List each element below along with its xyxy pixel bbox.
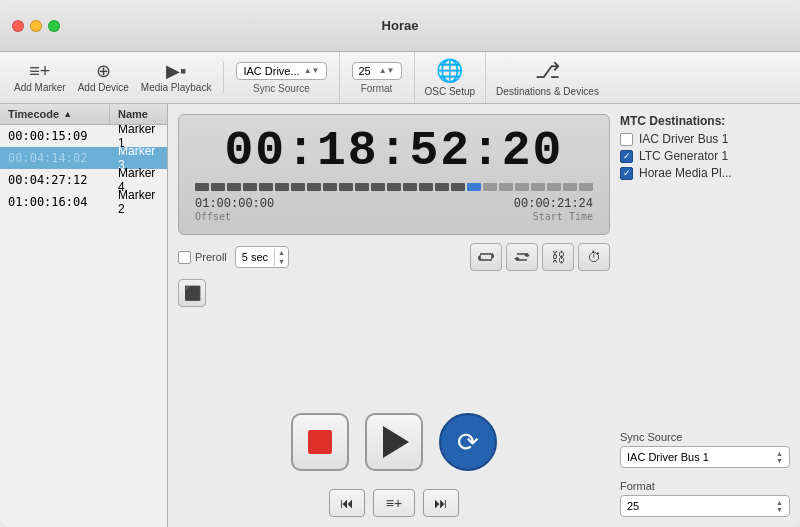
format-down-arrow-icon: ▼ <box>776 506 783 513</box>
traffic-lights <box>12 20 60 32</box>
progress-block <box>323 183 337 191</box>
stepper-arrows: ▲ ▼ <box>274 248 288 266</box>
format-label: Format <box>361 83 393 94</box>
minimize-button[interactable] <box>30 20 42 32</box>
close-button[interactable] <box>12 20 24 32</box>
format-arrows: ▲ ▼ <box>776 499 783 513</box>
progress-block <box>291 183 305 191</box>
progress-block <box>483 183 497 191</box>
fast-forward-button[interactable]: ⏭ <box>423 489 459 517</box>
add-device-label: Add Device <box>78 82 129 93</box>
marker-timecode: 00:04:14:02 <box>0 149 110 167</box>
sync-source-select[interactable]: IAC Drive... ▲▼ <box>236 62 326 80</box>
mtc-checkbox-3[interactable] <box>620 167 633 180</box>
extra-row: ⬛ <box>178 279 610 307</box>
right-panel: 00:18:52:20 <box>168 104 800 527</box>
list-item[interactable]: 01:00:16:04 Marker 2 <box>0 191 167 213</box>
play-icon <box>383 426 409 458</box>
down-arrow-icon: ▼ <box>776 457 783 464</box>
format-sidebar-label: Format <box>620 480 790 492</box>
progress-block <box>579 183 593 191</box>
loop-single-button[interactable] <box>506 243 538 271</box>
destinations-devices-label: Destinations & Devices <box>496 86 599 97</box>
media-playback-button[interactable]: ▶▪ Media Playback <box>135 60 225 95</box>
preroll-value: 5 sec <box>236 249 274 265</box>
add-marker-icon: ≡+ <box>29 62 50 80</box>
link-icon: ⛓ <box>551 249 565 265</box>
mtc-destinations-section: MTC Destinations: IAC Driver Bus 1 LTC G… <box>620 114 790 183</box>
add-device-icon: ⊕ <box>96 62 111 80</box>
rewind-button[interactable]: ⏮ <box>329 489 365 517</box>
sync-source-value: IAC Drive... <box>243 65 299 77</box>
marker-list: 00:00:15:09 Marker 1 00:04:14:02 Marker … <box>0 125 167 527</box>
format-sidebar-section: Format 25 ▲ ▼ <box>620 480 790 517</box>
clock-button[interactable]: ⏱ <box>578 243 610 271</box>
add-device-button[interactable]: ⊕ Add Device <box>72 60 135 95</box>
progress-block <box>339 183 353 191</box>
title-bar: Horae <box>0 0 800 52</box>
timecode-main: 00:18:52:20 <box>195 127 593 175</box>
loop-button[interactable] <box>470 243 502 271</box>
progress-block <box>451 183 465 191</box>
stepper-up-icon[interactable]: ▲ <box>275 248 288 257</box>
sync-source-arrow: ▲▼ <box>304 66 320 75</box>
right-sidebar: MTC Destinations: IAC Driver Bus 1 LTC G… <box>620 114 790 517</box>
preroll-checkbox[interactable] <box>178 251 191 264</box>
format-select[interactable]: 25 ▲▼ <box>352 62 402 80</box>
progress-block <box>307 183 321 191</box>
format-value: 25 <box>359 65 371 77</box>
progress-block <box>275 183 289 191</box>
fast-forward-icon: ⏭ <box>434 495 448 511</box>
progress-block <box>243 183 257 191</box>
offset-display: 01:00:00:00 Offset <box>195 197 274 222</box>
format-group: 25 ▲▼ Format <box>340 52 415 103</box>
name-header: Name <box>110 104 167 124</box>
sync-button[interactable]: ⟳ <box>439 413 497 471</box>
sync-source-group: IAC Drive... ▲▼ Sync Source <box>224 52 339 103</box>
marker-name: Marker 2 <box>110 186 167 218</box>
sync-source-sidebar-value: IAC Driver Bus 1 <box>627 451 776 463</box>
controls-row: Preroll 5 sec ▲ ▼ <box>178 243 610 271</box>
add-marker-mini-button[interactable]: ≡+ <box>373 489 415 517</box>
progress-block <box>355 183 369 191</box>
mtc-checkbox-1[interactable] <box>620 133 633 146</box>
progress-block <box>387 183 401 191</box>
sync-source-sidebar-label: Sync Source <box>620 431 790 443</box>
devices-label: & Devices <box>554 86 599 97</box>
loop-single-icon <box>514 251 530 263</box>
play-button[interactable] <box>365 413 423 471</box>
preroll-stepper[interactable]: 5 sec ▲ ▼ <box>235 246 289 268</box>
stop-button[interactable] <box>291 413 349 471</box>
timecode-times: 01:00:00:00 Offset 00:00:21:24 Start Tim… <box>195 197 593 222</box>
loop-icon <box>478 251 494 263</box>
mtc-item: Horae Media Pl... <box>620 166 790 180</box>
app-title: Horae <box>382 18 419 33</box>
osc-setup-button[interactable]: 🌐 OSC Setup <box>415 52 487 103</box>
center-area: 00:18:52:20 <box>178 114 610 517</box>
preroll-checkbox-group: Preroll <box>178 251 227 264</box>
link-button[interactable]: ⛓ <box>542 243 574 271</box>
format-sidebar-select[interactable]: 25 ▲ ▼ <box>620 495 790 517</box>
sync-source-sidebar-select[interactable]: IAC Driver Bus 1 ▲ ▼ <box>620 446 790 468</box>
extra-button[interactable]: ⬛ <box>178 279 206 307</box>
progress-block <box>419 183 433 191</box>
progress-block <box>403 183 417 191</box>
start-time-display: 00:00:21:24 Start Time <box>514 197 593 222</box>
left-panel: Timecode ▲ Name 00:00:15:09 Marker 1 00:… <box>0 104 168 527</box>
format-up-arrow-icon: ▲ <box>776 499 783 506</box>
list-header: Timecode ▲ Name <box>0 104 167 125</box>
progress-block <box>195 183 209 191</box>
add-marker-label: Add Marker <box>14 82 66 93</box>
mtc-dest-2: LTC Generator 1 <box>639 149 728 163</box>
stepper-down-icon[interactable]: ▼ <box>275 257 288 266</box>
maximize-button[interactable] <box>48 20 60 32</box>
add-marker-mini-icon: ≡+ <box>386 495 402 511</box>
destinations-devices-button[interactable]: ⎇ Destinations & Devices <box>486 52 609 103</box>
progress-block <box>435 183 449 191</box>
right-split: 00:18:52:20 <box>178 114 790 517</box>
add-marker-button[interactable]: ≡+ Add Marker <box>8 60 72 95</box>
progress-block <box>211 183 225 191</box>
mtc-checkbox-2[interactable] <box>620 150 633 163</box>
rewind-icon: ⏮ <box>340 495 354 511</box>
sync-source-arrows: ▲ ▼ <box>776 450 783 464</box>
